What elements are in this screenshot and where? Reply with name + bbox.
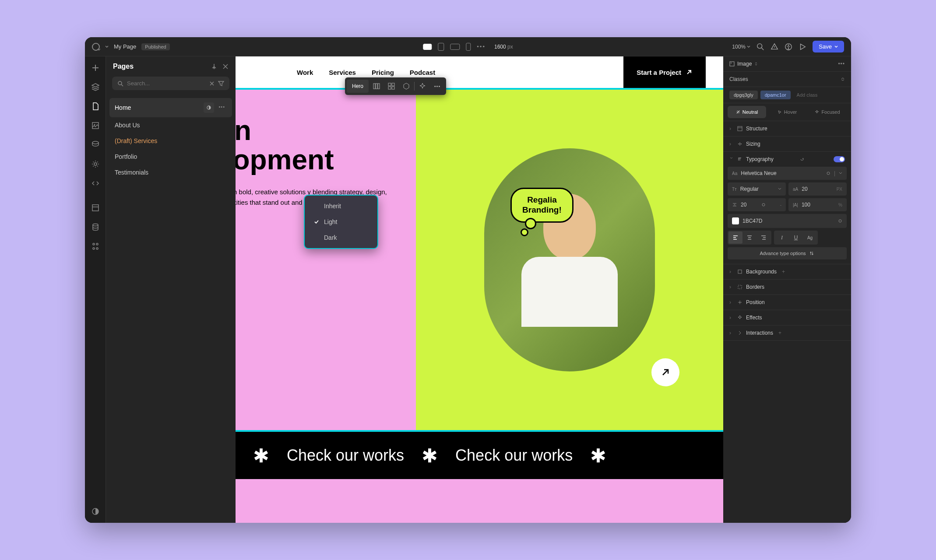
- image-icon[interactable]: [91, 121, 100, 130]
- text-color-input[interactable]: 1BC47D: [728, 214, 847, 228]
- code-icon[interactable]: [91, 179, 100, 188]
- theme-option-dark[interactable]: Dark: [307, 230, 375, 245]
- device-desktop-icon[interactable]: [423, 44, 432, 50]
- logo-icon[interactable]: [92, 43, 100, 51]
- letter-spacing-input[interactable]: |A| 100 %: [788, 198, 847, 211]
- section-below: [236, 479, 723, 523]
- play-icon[interactable]: [799, 43, 806, 51]
- warning-icon[interactable]: [771, 43, 778, 51]
- page-item-portfolio[interactable]: Portfolio: [109, 149, 232, 164]
- align-left-btn[interactable]: [728, 231, 742, 244]
- section-backgrounds[interactable]: › Backgrounds +: [723, 264, 851, 280]
- page-item-home[interactable]: Home •••: [109, 98, 232, 117]
- reset-icon[interactable]: [799, 157, 805, 162]
- layers-icon[interactable]: [91, 83, 100, 91]
- advance-type-btn[interactable]: Advance type options: [728, 247, 847, 259]
- speech-bubble: Regalia Branding!: [510, 188, 574, 223]
- page-theme-btn[interactable]: [204, 102, 214, 113]
- section-structure[interactable]: › Structure: [723, 121, 851, 136]
- nav-work[interactable]: Work: [297, 69, 313, 76]
- toolbar-element-label[interactable]: Hero: [347, 80, 369, 93]
- components-icon[interactable]: [91, 203, 100, 212]
- page-more-btn[interactable]: •••: [217, 102, 227, 113]
- pages-icon[interactable]: [91, 102, 100, 111]
- section-borders[interactable]: › Borders: [723, 280, 851, 295]
- columns-icon[interactable]: [369, 79, 384, 93]
- chevron-down-icon[interactable]: [105, 45, 109, 49]
- font-size-input[interactable]: aA 20 PX: [788, 182, 847, 196]
- search-input[interactable]: [127, 80, 206, 87]
- cms-icon[interactable]: [91, 140, 100, 149]
- section-effects[interactable]: › Effects: [723, 310, 851, 326]
- zoom-level[interactable]: 100%: [732, 44, 750, 50]
- more-icon[interactable]: •••: [430, 79, 444, 93]
- expand-icon[interactable]: [841, 77, 845, 81]
- typography-icon: [737, 157, 742, 162]
- pin-icon[interactable]: [211, 63, 217, 70]
- case-btn[interactable]: Ag: [803, 231, 817, 244]
- font-family-select[interactable]: Aa Helvetica Neue |: [728, 167, 847, 180]
- search-icon[interactable]: [757, 43, 764, 51]
- database-icon[interactable]: [91, 223, 100, 231]
- theme-option-inherit[interactable]: Inherit: [307, 198, 375, 214]
- section-interactions[interactable]: › Interactions +: [723, 326, 851, 341]
- svg-rect-60: [738, 285, 742, 289]
- nav-services[interactable]: Services: [329, 69, 356, 76]
- variables-icon[interactable]: [91, 242, 100, 251]
- device-mobile-icon[interactable]: [466, 43, 471, 51]
- project-name[interactable]: My Page: [114, 43, 136, 50]
- svg-point-40: [827, 172, 830, 175]
- nav-podcast[interactable]: Podcast: [410, 69, 435, 76]
- pages-list: Home ••• About Us (Draft) Services Portf…: [106, 95, 236, 183]
- save-button[interactable]: Save: [813, 41, 844, 52]
- chevron-down-icon[interactable]: [839, 172, 842, 175]
- sort-icon[interactable]: [754, 62, 758, 66]
- color-swatch[interactable]: [732, 217, 739, 224]
- marquee: ✱ Check our works ✱ Check our works ✱: [236, 432, 723, 479]
- add-class-input[interactable]: Add class: [793, 91, 821, 99]
- state-focused[interactable]: Focused: [808, 106, 847, 118]
- state-hover[interactable]: Hover: [768, 106, 806, 118]
- settings-icon[interactable]: [91, 160, 100, 168]
- nav-cta[interactable]: Start a Project: [623, 56, 706, 88]
- sizing-icon: [737, 141, 742, 147]
- page-item-testimonials[interactable]: Testimonials: [109, 164, 232, 180]
- section-sizing[interactable]: › Sizing: [723, 136, 851, 152]
- state-neutral[interactable]: Neutral: [728, 106, 766, 118]
- align-center-btn[interactable]: [742, 231, 757, 244]
- accessibility-icon[interactable]: [785, 43, 792, 51]
- link-icon[interactable]: [826, 171, 830, 175]
- link-icon[interactable]: [838, 219, 842, 223]
- italic-btn[interactable]: I: [775, 231, 789, 244]
- page-item-about[interactable]: About Us: [109, 117, 232, 133]
- section-typography[interactable]: › Typography: [723, 152, 851, 167]
- class-pill[interactable]: dpamc1or: [760, 91, 791, 99]
- typography-toggle[interactable]: [834, 156, 845, 162]
- element-more-icon[interactable]: •••: [838, 61, 845, 67]
- line-height-input[interactable]: A 20 -: [728, 198, 786, 211]
- align-right-btn[interactable]: [757, 231, 771, 244]
- page-item-services[interactable]: (Draft) Services: [109, 133, 232, 149]
- close-icon[interactable]: [222, 63, 229, 70]
- add-icon[interactable]: [91, 63, 100, 72]
- hero-section[interactable]: ign elopment ands with bold, creative so…: [236, 88, 723, 432]
- grid-icon[interactable]: [384, 79, 398, 93]
- canvas[interactable]: Work Services Pricing Podcast Start a Pr…: [236, 56, 723, 523]
- device-tablet-icon[interactable]: [438, 43, 444, 51]
- search-box[interactable]: [112, 77, 229, 90]
- filter-icon[interactable]: [218, 80, 224, 87]
- more-devices-icon[interactable]: •••: [477, 43, 486, 50]
- underline-btn[interactable]: U: [789, 231, 803, 244]
- hexagon-icon[interactable]: [399, 79, 413, 93]
- arrow-circle-btn[interactable]: [651, 358, 679, 386]
- class-pill[interactable]: dpgq3gly: [729, 91, 758, 99]
- sparkle-icon[interactable]: [415, 79, 429, 93]
- theme-icon[interactable]: [91, 507, 100, 516]
- hero-image[interactable]: Regalia Branding!: [484, 148, 655, 371]
- theme-option-light[interactable]: Light: [307, 214, 375, 230]
- device-landscape-icon[interactable]: [450, 44, 460, 50]
- nav-pricing[interactable]: Pricing: [372, 69, 394, 76]
- section-position[interactable]: › Position: [723, 295, 851, 310]
- clear-icon[interactable]: [209, 81, 215, 86]
- font-weight-select[interactable]: Tт Regular: [728, 182, 786, 196]
